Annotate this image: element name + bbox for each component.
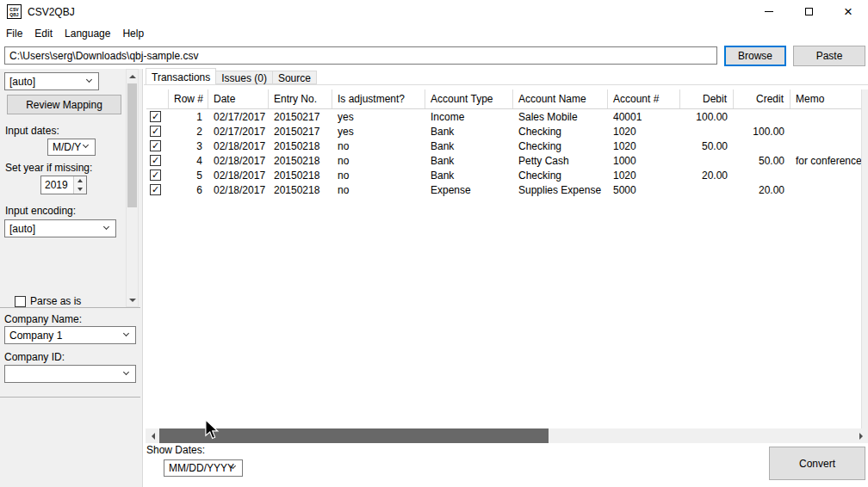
cell-date: 02/17/2017 — [208, 109, 269, 124]
cell-credit — [734, 168, 790, 182]
row-checkbox[interactable] — [150, 155, 161, 166]
chevron-down-icon — [123, 368, 129, 374]
cell-memo — [790, 168, 861, 182]
tab-issues[interactable]: Issues (0) — [215, 71, 273, 84]
spinner-up-button[interactable] — [74, 176, 86, 185]
cell-account-number: 5000 — [608, 182, 680, 197]
browse-button[interactable]: Browse — [724, 46, 786, 66]
close-button[interactable] — [828, 0, 868, 23]
cell-account-type: Expense — [425, 182, 513, 197]
cell-debit — [680, 124, 734, 139]
cell-memo: for conference — [790, 153, 861, 168]
arrow-up-icon — [129, 75, 136, 78]
table-row[interactable]: 2 02/17/2017 20150217 yes Bank Checking … — [146, 124, 861, 139]
show-dates-label: Show Dates: — [146, 444, 205, 456]
tab-source[interactable]: Source — [272, 71, 317, 84]
sidebar: [auto] Review Mapping Input dates: M/D/Y… — [0, 69, 143, 487]
table-row[interactable]: 1 02/17/2017 20150217 yes Income Sales M… — [146, 109, 861, 124]
maximize-button[interactable] — [789, 0, 828, 23]
sidebar-scrollbar[interactable] — [126, 69, 139, 307]
menubar: File Edit Language Help — [0, 23, 868, 43]
scroll-left-button[interactable] — [146, 428, 160, 443]
review-mapping-button[interactable]: Review Mapping — [7, 95, 121, 114]
table-row[interactable]: 3 02/18/2017 20150218 no Bank Checking 1… — [146, 139, 861, 153]
cell-account-name: Sales Mobile — [513, 109, 608, 124]
header-account-name[interactable]: Account Name — [513, 89, 608, 108]
cell-memo — [790, 182, 861, 197]
arrow-down-icon — [78, 188, 83, 191]
cell-row-number: 4 — [169, 153, 208, 168]
cell-account-type: Bank — [425, 168, 513, 182]
header-entry-no[interactable]: Entry No. — [269, 89, 332, 108]
header-checkbox-column[interactable] — [146, 89, 169, 108]
show-dates-dropdown[interactable]: MM/DD/YYYY — [164, 459, 243, 477]
spinner-down-button[interactable] — [74, 185, 86, 194]
header-memo[interactable]: Memo — [790, 89, 861, 108]
parse-as-is-checkbox-row[interactable]: Parse as is — [15, 295, 81, 307]
header-account-type[interactable]: Account Type — [425, 89, 513, 108]
file-path-input[interactable] — [4, 46, 717, 65]
chevron-down-icon — [86, 76, 92, 82]
cell-debit: 50.00 — [680, 139, 734, 153]
year-spinner[interactable]: 2019 — [40, 176, 87, 194]
row-checkbox[interactable] — [150, 126, 161, 137]
header-date[interactable]: Date — [208, 89, 269, 108]
menu-file[interactable]: File — [0, 25, 28, 42]
cell-account-name: Checking — [513, 139, 608, 153]
company-name-dropdown[interactable]: Company 1 — [4, 326, 136, 344]
cell-date: 02/18/2017 — [208, 139, 269, 153]
grid-horizontal-scrollbar[interactable] — [146, 428, 868, 443]
scroll-right-button[interactable] — [853, 428, 868, 443]
chevron-down-icon — [103, 223, 109, 229]
convert-button[interactable]: Convert — [769, 447, 865, 480]
table-row[interactable]: 5 02/18/2017 20150218 no Bank Checking 1… — [146, 168, 861, 182]
menu-edit[interactable]: Edit — [28, 25, 59, 42]
window-controls — [749, 0, 868, 23]
cell-debit — [680, 153, 734, 168]
parse-as-is-checkbox[interactable] — [15, 296, 26, 307]
table-row[interactable]: 4 02/18/2017 20150218 no Bank Petty Cash… — [146, 153, 861, 168]
cell-memo — [790, 109, 861, 124]
cell-account-number: 40001 — [608, 109, 680, 124]
grid-vertical-scrollbar[interactable] — [861, 89, 868, 428]
cell-account-type: Bank — [425, 124, 513, 139]
row-checkbox[interactable] — [150, 140, 161, 151]
table-row[interactable]: 6 02/18/2017 20150218 no Expense Supplie… — [146, 182, 861, 197]
cell-account-type: Income — [425, 109, 513, 124]
cell-date: 02/18/2017 — [208, 182, 269, 197]
cell-account-name: Petty Cash — [513, 153, 608, 168]
header-row-number[interactable]: Row # — [169, 89, 208, 108]
input-encoding-dropdown[interactable]: [auto] — [4, 219, 116, 237]
cell-entry-no: 20150218 — [269, 139, 332, 153]
header-debit[interactable]: Debit — [680, 89, 734, 108]
cell-debit: 20.00 — [680, 168, 734, 182]
scroll-up-button[interactable] — [127, 70, 138, 83]
header-is-adjustment[interactable]: Is adjustment? — [332, 89, 425, 108]
table-header: Row # Date Entry No. Is adjustment? Acco… — [146, 89, 861, 109]
app-window: CSV QBJ CSV2QBJ File Edit Language Help … — [0, 0, 868, 487]
transactions-grid: Row # Date Entry No. Is adjustment? Acco… — [146, 89, 861, 197]
cell-is-adjustment: yes — [332, 124, 425, 139]
scrollbar-thumb[interactable] — [127, 83, 137, 207]
row-checkbox[interactable] — [150, 111, 161, 122]
tab-transactions[interactable]: Transactions — [146, 68, 216, 84]
app-icon-text-bottom: QBJ — [9, 12, 18, 17]
cell-entry-no: 20150218 — [269, 153, 332, 168]
row-checkbox[interactable] — [150, 184, 161, 195]
menu-help[interactable]: Help — [116, 25, 150, 42]
minimize-icon — [765, 11, 773, 12]
menu-language[interactable]: Language — [59, 25, 116, 42]
row-checkbox[interactable] — [150, 170, 161, 181]
paste-button[interactable]: Paste — [793, 46, 865, 66]
close-icon — [844, 4, 852, 19]
cell-entry-no: 20150218 — [269, 182, 332, 197]
cell-account-number: 1020 — [608, 124, 680, 139]
scrollbar-thumb[interactable] — [159, 428, 549, 443]
header-credit[interactable]: Credit — [734, 89, 790, 108]
scroll-down-button[interactable] — [127, 293, 138, 306]
mapping-dropdown[interactable]: [auto] — [4, 72, 99, 90]
header-account-number[interactable]: Account # — [608, 89, 680, 108]
company-id-dropdown[interactable] — [4, 365, 136, 383]
input-dates-dropdown[interactable]: M/D/Y — [47, 139, 96, 156]
minimize-button[interactable] — [749, 0, 789, 23]
